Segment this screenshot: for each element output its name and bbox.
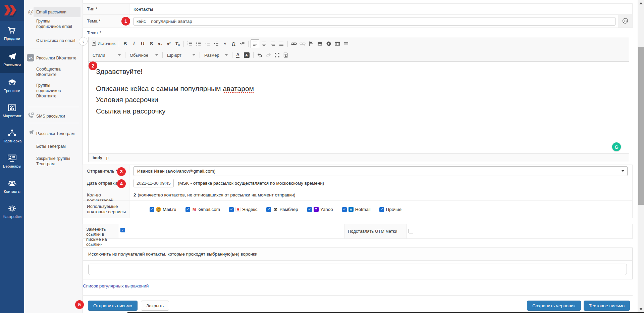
subscript-icon[interactable]: x₂ [156, 40, 164, 48]
scroll-up-icon[interactable] [639, 2, 643, 4]
special-char-icon[interactable]: Ω [229, 40, 237, 48]
image-icon[interactable] [316, 40, 324, 48]
collapse-sidebar-button[interactable]: ‹ [79, 37, 88, 46]
table-icon[interactable] [333, 40, 341, 48]
source-button[interactable]: Источник [90, 40, 117, 48]
submenu-item-vk-mailings[interactable]: Рассылки ВКонтакте [36, 55, 76, 61]
rail-item-sales[interactable]: Продажи [0, 21, 24, 46]
yahoo-checkbox[interactable] [307, 207, 312, 212]
submenu-item-sms-mailings[interactable]: SMS рассылки [36, 114, 65, 119]
font-dropdown[interactable]: Шрифт [164, 51, 198, 59]
hotmail-checkbox[interactable] [342, 207, 347, 212]
submenu-item-telegram-bots[interactable]: Боты Телеграм [36, 144, 66, 149]
subject-input[interactable] [133, 17, 615, 26]
utm-checkbox[interactable] [409, 229, 413, 233]
align-center-icon[interactable] [260, 40, 268, 48]
yahoo-icon: Y [314, 207, 319, 212]
editor-content[interactable]: Здравствуйте! Описание кейса с самым поп… [89, 62, 629, 153]
rail-item-trainings[interactable]: Тренинги [0, 73, 24, 98]
outdent-icon[interactable] [203, 40, 211, 48]
exclude-funnels-input[interactable] [88, 264, 627, 275]
rail-label: Партнёрка [3, 139, 22, 143]
link-icon[interactable] [290, 40, 298, 48]
bullet-list-icon[interactable] [195, 40, 203, 48]
page-break-icon[interactable] [238, 40, 246, 48]
superscript-icon[interactable]: x² [165, 40, 173, 48]
align-left-icon[interactable] [251, 39, 259, 48]
scroll-down-icon[interactable] [639, 308, 643, 310]
close-button[interactable]: Закрыть [141, 301, 169, 311]
horizontal-rule-icon[interactable] [342, 40, 350, 48]
rail-item-marketing[interactable]: Маркетинг [0, 98, 24, 123]
element-path-body[interactable]: body [93, 155, 102, 160]
font-size-dropdown[interactable]: Размер [202, 51, 230, 59]
mailru-checkbox[interactable] [150, 207, 154, 212]
bg-color-button[interactable]: A [243, 51, 251, 59]
other-checkbox[interactable] [379, 207, 384, 212]
emoji-picker-button[interactable] [618, 15, 632, 28]
rail-item-settings[interactable]: Настройки [0, 199, 24, 224]
bold-icon[interactable]: B [121, 40, 129, 48]
submenu-item-email-mailings[interactable]: Email рассылки [36, 9, 66, 15]
submenu-divider [28, 48, 79, 48]
rail-item-affiliate[interactable]: Партнёрка [0, 123, 24, 148]
submenu-item-vk-subscriber-groups[interactable]: ГруппыподписчиковВКонтакте [36, 83, 61, 99]
rail-item-contacts[interactable]: Контакты [0, 174, 24, 199]
annotation-badge-3: 3 [117, 167, 126, 176]
recipients-note: (количество контактов, не отписавшихся о… [138, 192, 296, 197]
remove-format-icon[interactable]: Tₓ [173, 40, 181, 48]
unlink-icon[interactable] [299, 40, 307, 48]
underline-icon[interactable]: U [139, 40, 147, 48]
gmail-checkbox[interactable] [185, 207, 190, 212]
undo-icon[interactable] [256, 51, 264, 59]
send-letter-button[interactable]: Отправить письмо [88, 301, 138, 311]
spellcheck-underlined-word: аватаром [223, 85, 254, 93]
anchor-flag-icon[interactable] [307, 40, 315, 48]
editor-line: Здравствуйте! [96, 68, 622, 76]
rail-item-webinars[interactable]: Вебинары [0, 148, 24, 174]
rambler-checkbox[interactable] [266, 207, 271, 212]
app-logo[interactable] [0, 0, 24, 21]
graduation-cap-icon [7, 78, 17, 87]
regex-list-link[interactable]: Список регулярных выражений [83, 283, 149, 288]
redo-icon[interactable] [264, 51, 272, 59]
maximize-icon[interactable] [273, 51, 281, 59]
page-scrollbar[interactable] [638, 0, 644, 313]
ordered-list-icon[interactable] [186, 40, 194, 48]
text-label: Текст * [87, 30, 101, 35]
strikethrough-icon[interactable]: S [147, 40, 155, 48]
form-row-send-date: Дата отправки * (MSK - отправка рассылок… [83, 177, 632, 189]
submenu-item-email-stats[interactable]: Статистика по email [36, 38, 75, 43]
scrollbar-thumb[interactable] [638, 47, 644, 205]
test-letter-button[interactable]: Тестовое письмо [584, 301, 630, 311]
mailing-form-bottom-table: Отправитель * Иванов Иван (awoivanov@gma… [83, 165, 633, 218]
align-justify-icon[interactable] [277, 40, 285, 48]
rail-item-mailings[interactable]: Рассылки [0, 46, 24, 73]
submenu-item-telegram-mailings[interactable]: Рассылки Телеграм [36, 131, 74, 136]
paragraph-format-dropdown[interactable]: Обычное [127, 51, 161, 59]
annotation-badge-1: 1 [121, 17, 130, 26]
flash-icon[interactable] [325, 40, 333, 48]
mailings-submenu: @ Email рассылки Группыподписчиков email… [24, 0, 83, 313]
preview-icon[interactable] [282, 51, 290, 59]
submenu-item-vk-communities[interactable]: СообществаВКонтакте [36, 66, 61, 77]
hotmail-icon: o [348, 207, 354, 212]
rail-label: Рассылки [3, 63, 21, 67]
gear-icon [7, 204, 17, 213]
sender-select[interactable]: Иванов Иван (awoivanov@gmail.com) [133, 166, 628, 176]
indent-icon[interactable] [212, 40, 220, 48]
replace-links-checkbox[interactable] [120, 228, 125, 232]
blockquote-icon[interactable]: ” [221, 39, 229, 49]
submenu-item-telegram-closed-groups[interactable]: Закрытые группыТелеграм [36, 156, 70, 167]
align-right-icon[interactable] [269, 40, 277, 48]
send-date-input[interactable] [133, 179, 174, 187]
yandex-checkbox[interactable] [229, 207, 234, 212]
submenu-item-email-subscriber-groups[interactable]: Группыподписчиков email [36, 18, 72, 29]
chevron-down-icon [622, 170, 624, 172]
grammarly-icon[interactable]: G [612, 142, 621, 151]
save-draft-button[interactable]: Сохранить черновик [527, 301, 581, 311]
styles-dropdown[interactable]: Стили [90, 51, 123, 59]
italic-icon[interactable]: I [130, 40, 138, 48]
element-path-p[interactable]: p [106, 155, 109, 160]
text-color-button[interactable]: A [234, 51, 243, 59]
